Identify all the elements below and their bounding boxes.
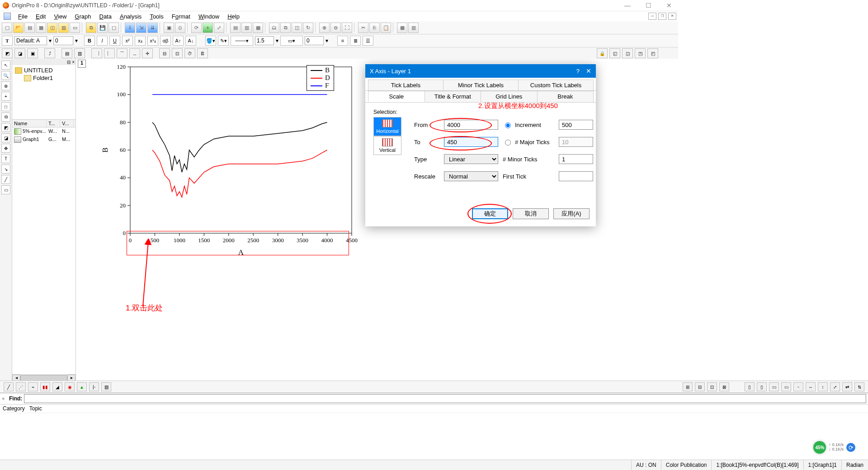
menu-file[interactable]: FFileile [14, 12, 31, 21]
child-minimize-button[interactable]: ‒ [648, 13, 656, 20]
arrange-icon[interactable]: ▥ [74, 48, 85, 58]
line-tool-icon[interactable]: ╱ [1, 175, 10, 184]
print-icon[interactable]: ⎙ [175, 23, 185, 33]
lock-icon[interactable]: 🔒 [597, 48, 608, 58]
open-template-icon[interactable]: ⧉ [86, 23, 96, 33]
combo-dropdown-icon[interactable]: ▾ [326, 38, 328, 44]
rect-tool-icon[interactable]: ▭ [1, 185, 10, 194]
line-color-button[interactable]: ✎▾ [218, 36, 229, 46]
menu-window[interactable]: Window [195, 12, 223, 21]
menu-graph[interactable]: Graph [71, 12, 94, 21]
list-item[interactable]: Graph1 G... M... [12, 136, 75, 144]
rescale-select[interactable]: Normal [444, 171, 498, 181]
new-worksheet-icon[interactable]: ▤ [24, 23, 35, 33]
mask-icon[interactable]: ◩ [2, 48, 13, 58]
sysmenu-icon[interactable] [4, 13, 11, 20]
align-r-icon[interactable]: ⎸ [104, 48, 115, 58]
zoom-in-icon[interactable]: ⊕ [319, 23, 330, 33]
recalc-icon[interactable]: ⟳ [191, 23, 202, 33]
underline-button[interactable]: U [109, 36, 120, 46]
panel-close-icon[interactable]: × [72, 60, 75, 65]
date-icon[interactable]: 🗓 [197, 48, 208, 58]
layer-tab[interactable]: 1 [78, 60, 86, 68]
mask-tool-icon[interactable]: ◩ [1, 123, 10, 132]
new-dialog-icon[interactable]: ◫ [292, 23, 302, 33]
list-item[interactable]: 5%-enpv... W... N... [12, 127, 75, 136]
refresh-icon[interactable]: ↻ [303, 23, 313, 33]
graph-workspace[interactable]: 1 05001000150020002500300035004000450002… [76, 59, 678, 367]
roi-icon[interactable]: ▣ [27, 48, 38, 58]
align-left-button[interactable]: ≡ [337, 36, 348, 46]
maximize-button[interactable]: ☐ [642, 2, 655, 9]
tab-scale[interactable]: Scale [368, 91, 425, 102]
line-style-button[interactable]: ───▾ [231, 36, 253, 46]
close-button[interactable]: ✕ [663, 2, 675, 9]
tab-tick-labels[interactable]: Tick Labels [368, 80, 443, 90]
align-t-icon[interactable]: ⎴ [117, 48, 127, 58]
zoom-out-icon[interactable]: ⊖ [330, 23, 341, 33]
import-wizard-icon[interactable]: ⇲ [136, 23, 146, 33]
tab-title-format[interactable]: Title & Format [425, 91, 481, 102]
results-log-icon[interactable]: ▤ [230, 23, 241, 33]
push-icon[interactable]: ◳ [635, 48, 646, 58]
project-explorer-icon[interactable]: 🗂 [269, 23, 279, 33]
save-template-icon[interactable]: 💾 [97, 23, 108, 33]
project-tree[interactable]: UNTITLED Folder1 [12, 65, 75, 83]
italic-button[interactable]: I [97, 36, 108, 46]
move-tool-icon[interactable]: ✥ [1, 144, 10, 153]
full-screen-icon[interactable]: ⛶ [342, 23, 352, 33]
distribute-h-icon[interactable]: ⊟ [159, 48, 170, 58]
tab-custom-tick-labels[interactable]: Custom Tick Labels [518, 80, 594, 90]
text-tool-icon[interactable]: T [2, 36, 13, 46]
col-type[interactable]: T... [47, 120, 60, 127]
from-input[interactable] [444, 120, 498, 130]
menu-analysis[interactable]: Analysis [116, 12, 145, 21]
grid-toggle-icon[interactable]: ▦ [397, 23, 407, 33]
tree-root[interactable]: UNTITLED [24, 67, 53, 74]
align-center-button[interactable]: ≣ [350, 36, 361, 46]
chart-legend[interactable]: B D F [307, 65, 334, 91]
dialog-help-button[interactable]: ? [576, 68, 580, 75]
new-layout-icon[interactable]: ▣ [164, 23, 174, 33]
type-select[interactable]: Linear [444, 154, 498, 164]
menu-view[interactable]: View [50, 12, 70, 21]
pull-icon[interactable]: ◰ [647, 48, 658, 58]
arrow-tool-icon[interactable]: ↘ [1, 164, 10, 174]
bold-button[interactable]: B [84, 36, 95, 46]
increase-font-button[interactable]: A↑ [173, 36, 184, 46]
unmask-icon[interactable]: ◪ [14, 48, 25, 58]
save-project-icon[interactable]: ▢ [108, 23, 119, 33]
cut-icon[interactable]: ✂ [358, 23, 368, 33]
child-restore-button[interactable]: ❐ [658, 13, 666, 20]
symbol-border-button[interactable]: ▭▾ [280, 36, 303, 46]
ok-button[interactable]: 确定 [472, 208, 508, 219]
child-close-button[interactable]: × [668, 13, 676, 20]
new-graph-icon[interactable]: ◫ [47, 23, 57, 33]
import-asc-icon[interactable]: ⇩ [125, 23, 135, 33]
menu-help[interactable]: Help [224, 12, 243, 21]
increment-input[interactable] [559, 120, 593, 130]
major-ticks-radio[interactable] [505, 140, 511, 146]
line-weight-input[interactable] [255, 36, 274, 45]
fontsize-dropdown-icon[interactable]: ▾ [75, 38, 78, 44]
tab-minor-tick-labels[interactable]: Minor Tick Labels [443, 80, 519, 90]
distribute-v-icon[interactable]: ⊡ [172, 48, 183, 58]
align-c-icon[interactable]: ✛ [142, 48, 153, 58]
menu-edit[interactable]: Edit [32, 12, 49, 21]
select-vertical[interactable]: Vertical [373, 136, 401, 155]
open-folder-icon[interactable]: 📂 [13, 23, 24, 33]
duplicate-icon[interactable]: ⧉ [280, 23, 291, 33]
apply-button[interactable]: 应用(A) [553, 208, 590, 219]
data-selector-icon[interactable]: ⧉ [1, 113, 10, 122]
align-b-icon[interactable]: ⎵ [129, 48, 140, 58]
first-tick-input[interactable] [559, 171, 593, 181]
select-horizontal[interactable]: Horizontal [373, 117, 401, 136]
new-notes-icon[interactable]: ▭ [70, 23, 80, 33]
back-icon[interactable]: ◲ [622, 48, 633, 58]
subscript-button[interactable]: x₂ [135, 36, 146, 46]
menu-format[interactable]: Format [168, 12, 194, 21]
front-icon[interactable]: ◱ [609, 48, 620, 58]
tab-break[interactable]: Break [537, 91, 594, 102]
combo-num-input[interactable] [305, 36, 324, 45]
font-size-input[interactable] [53, 36, 73, 45]
